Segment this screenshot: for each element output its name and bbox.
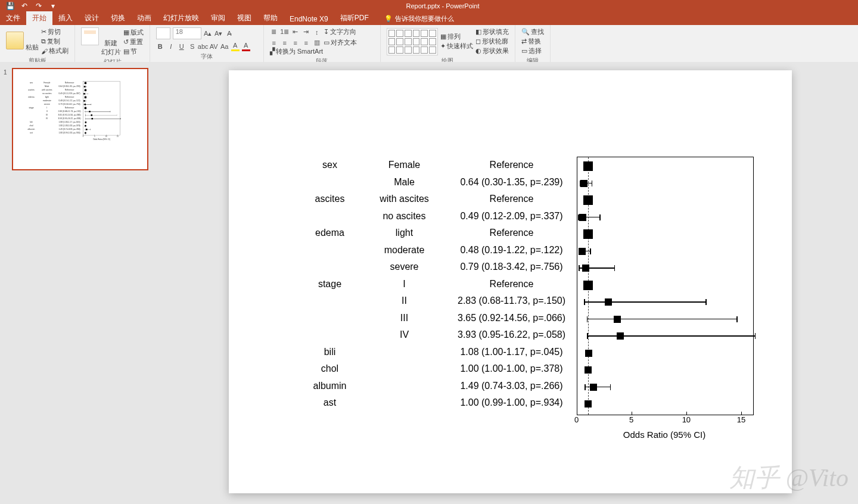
layout-button[interactable]: ▦ 版式	[123, 28, 144, 37]
slide-editor[interactable]: sex Female Reference Male 0.64 (0.30-1.3…	[162, 62, 858, 63]
group-slides: 新建 幻灯片 ▦ 版式 ↺ 重置 ▤ 节 幻灯片	[75, 25, 150, 62]
tab-slideshow[interactable]: 幻灯片放映	[157, 11, 205, 25]
tab-home[interactable]: 开始	[26, 11, 52, 25]
font-color-button[interactable]: A	[242, 41, 250, 51]
slide-thumbnails-pane[interactable]: 1 sex Female Reference Male 0.64 (0.30-1…	[0, 62, 162, 63]
linespacing-button[interactable]: ↕	[313, 28, 321, 36]
cut-button[interactable]: ✂剪切	[41, 27, 69, 36]
new-slide-button[interactable]: 新建 幻灯片	[101, 39, 121, 57]
copy-icon: ⧉	[41, 38, 46, 45]
smartart-button[interactable]: ▞ 转换为 SmartArt	[270, 47, 323, 56]
tab-review[interactable]: 审阅	[205, 11, 231, 25]
tab-insert[interactable]: 插入	[52, 11, 79, 25]
scissors-icon: ✂	[41, 28, 46, 36]
paste-button[interactable]: 粘贴	[26, 43, 39, 52]
font-highlight-button[interactable]: A	[231, 41, 240, 51]
reset-button[interactable]: ↺ 重置	[123, 38, 144, 46]
group-font-label: 字体	[156, 52, 257, 61]
section-button[interactable]: ▤ 节	[123, 47, 144, 56]
underline-button[interactable]: U	[178, 42, 186, 51]
tab-help[interactable]: 帮助	[257, 11, 284, 25]
tell-me-label: 告诉我你想要做什么	[395, 14, 454, 23]
undo-icon[interactable]: ↶	[20, 2, 29, 10]
align-right-button[interactable]: ≡	[291, 39, 300, 47]
shapes-gallery[interactable]	[387, 28, 438, 55]
find-button[interactable]: 🔍 查找	[521, 27, 544, 36]
group-clipboard: 粘贴 ✂剪切 ⧉复制 🖌格式刷 剪贴板	[0, 25, 75, 62]
spacing-button[interactable]: AV	[210, 42, 218, 51]
save-icon[interactable]: 💾	[6, 2, 14, 10]
shape-effects-button[interactable]: ◐ 形状效果	[475, 46, 509, 55]
tab-file[interactable]: 文件	[0, 11, 26, 25]
bullets-button[interactable]: ≣	[270, 28, 278, 36]
shape-fill-button[interactable]: ◧ 形状填充	[475, 27, 509, 36]
redo-icon[interactable]: ↷	[35, 2, 43, 10]
text-direction-button[interactable]: ↧ 文字方向	[324, 27, 356, 36]
ribbon: 粘贴 ✂剪切 ⧉复制 🖌格式刷 剪贴板 新建 幻灯片 ▦ 版式 ↺ 重置 ▤ 节…	[0, 25, 858, 63]
workspace: 1 sex Female Reference Male 0.64 (0.30-1…	[0, 62, 858, 63]
align-center-button[interactable]: ≡	[281, 39, 289, 47]
justify-button[interactable]: ≡	[302, 39, 310, 47]
ribbon-tabs: 文件 开始 插入 设计 切换 动画 幻灯片放映 审阅 视图 帮助 EndNote…	[0, 12, 858, 25]
document-title: Report.pptx - PowerPoint	[63, 2, 822, 10]
numbering-button[interactable]: 1≣	[281, 28, 289, 36]
tab-view[interactable]: 视图	[231, 11, 257, 25]
align-text-button[interactable]: ▭ 对齐文本	[324, 38, 357, 47]
strike-button[interactable]: S	[188, 42, 197, 51]
lightbulb-icon: 💡	[384, 15, 393, 23]
quickstyle-button[interactable]: ✦ 快速样式	[440, 42, 473, 51]
tab-animations[interactable]: 动画	[131, 11, 157, 25]
tab-foxit[interactable]: 福昕PDF	[334, 11, 375, 25]
tab-design[interactable]: 设计	[79, 11, 105, 25]
font-family-select[interactable]	[156, 27, 170, 39]
format-painter-button[interactable]: 🖌格式刷	[41, 46, 69, 55]
select-button[interactable]: ▭ 选择	[521, 46, 544, 55]
quick-access-toolbar: 💾 ↶ ↷ ▾	[0, 2, 63, 10]
indent-inc-button[interactable]: ⇥	[302, 28, 310, 36]
tab-transitions[interactable]: 切换	[105, 11, 131, 25]
indent-dec-button[interactable]: ⇤	[291, 28, 300, 36]
title-bar: 💾 ↶ ↷ ▾ Report.pptx - PowerPoint	[0, 0, 858, 12]
paste-icon[interactable]	[6, 32, 24, 49]
decrease-font-icon[interactable]: A▾	[214, 29, 223, 38]
case-button[interactable]: Aa	[220, 42, 229, 51]
group-font: 18 A▴ A▾ A̶ B I U S abc AV Aa A A 字体	[150, 25, 264, 62]
font-size-select[interactable]: 18	[173, 27, 201, 39]
italic-button[interactable]: I	[167, 42, 175, 51]
group-paragraph: ≣ 1≣ ⇤ ⇥ ↕ ↧ 文字方向 ≡ ≡ ≡ ≡ ▥ ▭ 对齐文本 ▞ 转换为…	[264, 25, 381, 62]
copy-button[interactable]: ⧉复制	[41, 37, 69, 46]
clear-format-icon[interactable]: A̶	[225, 29, 234, 38]
group-drawing: ▦ 排列 ✦ 快速样式 ◧ 形状填充 ◻ 形状轮廓 ◐ 形状效果 绘图	[381, 25, 515, 62]
increase-font-icon[interactable]: A▴	[204, 29, 212, 38]
align-left-button[interactable]: ≡	[270, 39, 278, 47]
replace-button[interactable]: ⇄ 替换	[521, 37, 544, 46]
shape-outline-button[interactable]: ◻ 形状轮廓	[475, 37, 509, 46]
group-editing: 🔍 查找 ⇄ 替换 ▭ 选择 编辑	[515, 25, 551, 62]
qat-more-icon[interactable]: ▾	[49, 2, 57, 10]
brush-icon: 🖌	[41, 48, 48, 55]
new-slide-icon[interactable]	[81, 27, 99, 45]
arrange-button[interactable]: ▦ 排列	[440, 32, 473, 41]
bold-button[interactable]: B	[156, 42, 164, 51]
columns-button[interactable]: ▥	[313, 39, 321, 47]
shadow-button[interactable]: abc	[199, 42, 207, 51]
tab-endnote[interactable]: EndNote X9	[284, 13, 334, 25]
tell-me[interactable]: 💡 告诉我你想要做什么	[380, 13, 459, 25]
